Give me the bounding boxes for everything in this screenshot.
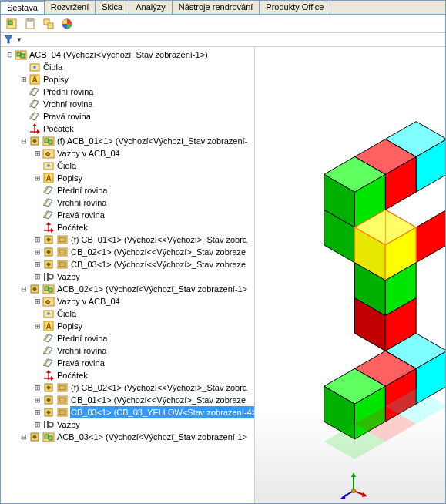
expand-icon[interactable]: ⊞: [33, 394, 42, 406]
sensor-icon: [42, 307, 55, 320]
rebuild-state-icon: [29, 135, 41, 147]
expand-icon[interactable]: ⊞: [33, 172, 42, 184]
tree-item-label: CB_03<1> (Výchozí<<Výchozí>_Stav zobraze: [70, 258, 246, 270]
tree-item-label: Přední rovina: [42, 86, 93, 98]
expand-icon[interactable]: ⊞: [19, 73, 29, 86]
expand-icon[interactable]: ⊞: [33, 246, 42, 258]
tree-item-label: CB_01<1> (Výchozí<<Výchozí>_Stav zobraze: [70, 394, 246, 406]
tree-item-label: Vazby: [56, 418, 80, 431]
tab-nástroje-rendrování[interactable]: Nástroje rendrování: [173, 1, 260, 14]
svg-rect-48: [59, 250, 65, 254]
svg-marker-73: [51, 376, 54, 381]
collapse-icon[interactable]: ⊟: [19, 283, 29, 295]
svg-marker-21: [32, 123, 37, 126]
tree-item[interactable]: ⊟ACB_03<1> (Výchozí<Výchozí_Stav zobraze…: [2, 431, 254, 443]
tree-item[interactable]: ⊞APopisy: [2, 320, 254, 332]
tree-item[interactable]: Počátek: [2, 221, 254, 234]
tree-item-label: CB_03<1> (CB_03_YELLOW<Stav zobrazení-4>…: [70, 406, 255, 418]
tree-item[interactable]: Přední rovina: [2, 184, 254, 197]
tree-item[interactable]: Vrchní rovina: [2, 98, 254, 110]
svg-marker-42: [51, 228, 54, 233]
svg-point-61: [47, 312, 50, 315]
tree-item-label: Přední rovina: [56, 332, 107, 344]
tree-item[interactable]: Pravá rovina: [2, 209, 254, 221]
tree-item[interactable]: Vrchní rovina: [2, 197, 254, 209]
svg-point-85: [49, 422, 53, 427]
collapse-icon[interactable]: ⊟: [5, 49, 15, 61]
graphics-viewport[interactable]: [255, 47, 445, 503]
tree-item-label: ACB_04 (Výchozí<Výchozí_Stav zobrazení-1…: [29, 49, 208, 61]
tree-item[interactable]: Čidla: [2, 61, 254, 73]
tree-item[interactable]: Počátek: [2, 123, 254, 135]
rebuild-state-icon: [42, 394, 55, 406]
tree-item[interactable]: Čidla: [2, 307, 254, 320]
tab-skica[interactable]: Skica: [96, 1, 129, 14]
feature-manager-tabs: SestavaRozvrženíSkicaAnalýzyNástroje ren…: [1, 1, 445, 15]
tree-item-label: (f) ACB_01<1> (Výchozí<Výchozí_Stav zobr…: [56, 135, 247, 147]
tree-item[interactable]: ⊞APopisy: [2, 73, 254, 86]
svg-marker-38: [43, 211, 48, 218]
model-scene: [255, 47, 445, 503]
part-icon: [56, 394, 69, 406]
expand-icon[interactable]: ⊞: [33, 270, 42, 283]
collapse-icon[interactable]: ⊟: [19, 431, 29, 443]
expand-icon[interactable]: ⊞: [33, 147, 42, 160]
tree-item[interactable]: Vrchní rovina: [2, 344, 254, 357]
expand-icon[interactable]: ⊞: [33, 418, 42, 431]
tree-item[interactable]: ⊞CB_03<1> (CB_03_YELLOW<Stav zobrazení-4…: [2, 406, 254, 418]
collapse-icon[interactable]: ⊟: [19, 135, 29, 147]
expand-icon[interactable]: ⊞: [33, 320, 42, 332]
tab-rozvržení[interactable]: Rozvržení: [45, 1, 96, 14]
filter-icon[interactable]: [4, 35, 13, 45]
svg-rect-8: [17, 52, 21, 56]
tree-item-label: Pravá rovina: [56, 209, 105, 221]
tree-item[interactable]: ⊞Vazby: [2, 418, 254, 431]
tree-item[interactable]: ⊞Vazby: [2, 270, 254, 283]
tree-item[interactable]: ⊟ACB_02<1> (Výchozí<Výchozí_Stav zobraze…: [2, 283, 254, 295]
filter-dropdown-icon[interactable]: ▼: [16, 36, 22, 43]
tree-item[interactable]: ⊞(f) CB_01<1> (Výchozí<<Výchozí>_Stav zo…: [2, 234, 254, 246]
tree-item-label: ACB_02<1> (Výchozí<Výchozí_Stav zobrazen…: [56, 283, 247, 295]
tree-item[interactable]: Přední rovina: [2, 86, 254, 98]
tree-item[interactable]: ⊞APopisy: [2, 172, 254, 184]
tree-item[interactable]: ⊞CB_02<1> (Výchozí<<Výchozí>_Stav zobraz…: [2, 246, 254, 258]
svg-rect-57: [45, 287, 49, 291]
tree-item[interactable]: ⊞CB_01<1> (Výchozí<<Výchozí>_Stav zobraz…: [2, 394, 254, 406]
tree-item[interactable]: ⊞Vazby v ACB_04: [2, 147, 254, 160]
feature-tree[interactable]: ⊟ACB_04 (Výchozí<Výchozí_Stav zobrazení-…: [1, 47, 255, 503]
tree-item[interactable]: ⊞Vazby v ACB_04: [2, 295, 254, 307]
tree-item[interactable]: Přední rovina: [2, 332, 254, 344]
rebuild-state-icon: [42, 258, 55, 270]
expand-icon[interactable]: ⊞: [33, 258, 42, 270]
svg-marker-67: [43, 347, 48, 354]
expand-icon[interactable]: ⊞: [33, 381, 42, 394]
view-triad-icon: [338, 468, 369, 499]
expand-icon[interactable]: ⊞: [33, 295, 42, 307]
svg-text:A: A: [45, 322, 51, 331]
tab-analýzy[interactable]: Analýzy: [129, 1, 173, 14]
origin-icon: [29, 123, 41, 135]
tree-item[interactable]: Pravá rovina: [2, 110, 254, 123]
tree-item-label: Popisy: [56, 172, 82, 184]
tree-item-label: Pravá rovina: [56, 357, 105, 369]
tree-item[interactable]: ⊞(f) CB_02<1> (Výchozí<<Výchozí>_Stav zo…: [2, 381, 254, 394]
svg-rect-51: [59, 262, 65, 267]
fm-clipboard-button[interactable]: [22, 16, 38, 32]
tree-item[interactable]: ⊟(f) ACB_01<1> (Výchozí<Výchozí_Stav zob…: [2, 135, 254, 147]
tree-item-label: Popisy: [42, 73, 69, 86]
rebuild-state-icon: [42, 381, 55, 394]
tab-produkty-office[interactable]: Produkty Office: [260, 1, 330, 14]
part-icon: [56, 381, 69, 394]
tree-item[interactable]: Pravá rovina: [2, 357, 254, 369]
fm-assembly-button[interactable]: [4, 16, 19, 32]
tree-item[interactable]: ⊞CB_03<1> (Výchozí<<Výchozí>_Stav zobraz…: [2, 258, 254, 270]
tab-sestava[interactable]: Sestava: [1, 1, 45, 14]
tree-item[interactable]: Počátek: [2, 369, 254, 381]
svg-rect-58: [49, 288, 52, 292]
fm-appearance-button[interactable]: [59, 16, 75, 32]
expand-icon[interactable]: ⊞: [33, 406, 42, 418]
expand-icon[interactable]: ⊞: [33, 234, 42, 246]
tree-item[interactable]: ⊟ACB_04 (Výchozí<Výchozí_Stav zobrazení-…: [2, 49, 254, 61]
tree-item[interactable]: Čidla: [2, 160, 254, 172]
fm-config-button[interactable]: [41, 16, 56, 32]
